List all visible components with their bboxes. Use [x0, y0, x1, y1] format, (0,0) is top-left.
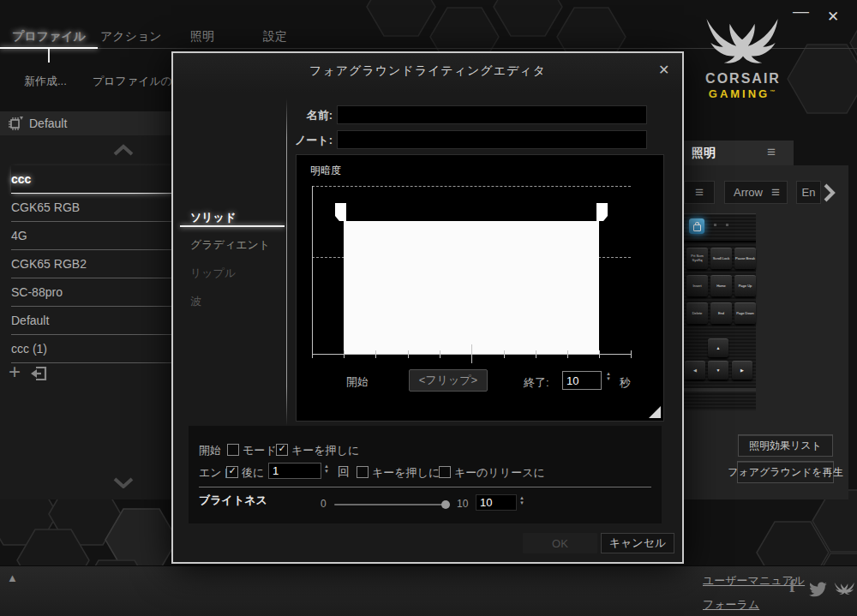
cancel-button[interactable]: キャンセル: [601, 533, 674, 553]
key-pause[interactable]: Pause Break: [734, 248, 756, 269]
end-time-input[interactable]: [562, 371, 602, 390]
resize-grip[interactable]: [649, 406, 661, 418]
key-arrow-right[interactable]: ▶: [732, 361, 752, 380]
twitter-icon[interactable]: [809, 582, 828, 597]
tab-profile-connector: [48, 49, 50, 63]
axis-tick: [504, 350, 505, 358]
add-profile-button[interactable]: +: [9, 362, 21, 381]
axis-tick: [408, 350, 409, 358]
tab-wave[interactable]: 波: [190, 294, 201, 309]
import-profile-button[interactable]: [29, 365, 48, 386]
app-window: プロファイル アクション 照明 設定 新作成... プロファイルの — ✕ CO…: [0, 0, 857, 616]
play-foreground-button[interactable]: フォアグラウンドを再生: [737, 461, 834, 483]
win-lock-key[interactable]: [689, 218, 704, 234]
scroll-down-icon[interactable]: [112, 476, 135, 488]
key-prtscn[interactable]: Prt Scrn SysRq: [686, 248, 708, 269]
tab-profile[interactable]: プロファイル: [12, 29, 86, 45]
brightness-input[interactable]: [476, 494, 517, 511]
end-on-keypress-label: キーを押しに: [372, 465, 440, 481]
brightness-stepper[interactable]: ▲▼: [519, 496, 524, 506]
tab-solid[interactable]: ソリッド: [190, 210, 236, 225]
key-pagedown[interactable]: Page Down: [734, 302, 756, 324]
facebook-icon[interactable]: f: [789, 576, 795, 597]
minimize-button[interactable]: —: [793, 2, 809, 21]
corsair-footer-icon[interactable]: [833, 582, 856, 596]
brightness-slider-thumb[interactable]: [441, 500, 450, 509]
key-arrow-left[interactable]: ◀: [685, 361, 705, 380]
profile-item[interactable]: Default: [11, 307, 174, 335]
lighting-panel-tab[interactable]: 照明 ≡: [681, 141, 794, 165]
key-home[interactable]: Home: [710, 275, 732, 296]
keyboard-edge: [684, 388, 756, 392]
brightness-slider-track[interactable]: [334, 504, 448, 505]
profile-item[interactable]: SC-88pro: [11, 278, 174, 307]
flip-button[interactable]: <フリップ>: [409, 369, 488, 392]
axis-tick: [312, 350, 313, 358]
key-end[interactable]: End: [710, 302, 732, 324]
lighting-effects-list-button[interactable]: 照明効果リスト: [738, 434, 833, 457]
end-on-keypress-checkbox[interactable]: [357, 466, 369, 478]
profile-item[interactable]: CGK65 RGB2: [11, 250, 174, 278]
ok-button[interactable]: OK: [523, 533, 597, 553]
tab-ripple[interactable]: リップル: [190, 266, 236, 281]
tab-lighting[interactable]: 照明: [190, 29, 214, 45]
forum-link[interactable]: フォーラム: [703, 597, 759, 613]
scroll-up-icon[interactable]: [112, 144, 135, 156]
seconds-unit-label: 秒: [620, 375, 631, 391]
axis-tick: [536, 350, 536, 358]
lighting-tab-label: 照明: [692, 146, 716, 161]
times-label: 回: [338, 464, 350, 480]
timeline-start-label: 開始: [346, 374, 369, 390]
axis-tick: [567, 350, 568, 358]
menu-icon[interactable]: ≡: [767, 145, 776, 159]
import-icon: [29, 365, 48, 382]
key-delete[interactable]: Delete: [686, 302, 708, 324]
close-button[interactable]: ✕: [827, 8, 839, 26]
envelope-start-handle[interactable]: [335, 203, 346, 221]
profile-item[interactable]: CGK65 RGB: [11, 194, 174, 222]
end-time-stepper[interactable]: ▲▼: [606, 372, 611, 382]
language-button[interactable]: En: [796, 181, 821, 204]
profile-item[interactable]: ccc: [11, 165, 174, 194]
brightness-min-label: 0: [321, 498, 327, 510]
chart-max-gridline: [312, 186, 631, 187]
envelope-region[interactable]: [344, 221, 599, 354]
tab-gradient[interactable]: グラディエント: [190, 237, 270, 253]
check-icon: ✓: [227, 466, 237, 475]
dropdown-value: Arrow: [734, 186, 763, 199]
chevron-right-icon[interactable]: [822, 182, 837, 204]
key-scroll[interactable]: Scroll Lock: [710, 248, 732, 269]
brand-logo: CORSAIR GAMING™: [696, 17, 790, 101]
key-arrow-up[interactable]: ▲: [708, 338, 728, 357]
device-chip-icon: [8, 116, 25, 131]
end-on-release-checkbox[interactable]: [439, 466, 451, 478]
keyboard-seam: [684, 241, 756, 242]
dialog-close-icon[interactable]: ✕: [658, 62, 669, 78]
repeat-count-stepper[interactable]: ▲▼: [324, 464, 329, 475]
lighting-mode-button[interactable]: ≡: [684, 181, 715, 204]
note-input[interactable]: [337, 130, 647, 149]
device-header[interactable]: Default: [0, 111, 174, 135]
options-divider: [199, 487, 651, 487]
on-keypress-label: キーを押しに: [291, 443, 359, 458]
tab-actions[interactable]: アクション: [100, 29, 162, 45]
repeat-count-input[interactable]: [268, 463, 321, 479]
key-insert[interactable]: Insert: [686, 275, 708, 296]
profile-action[interactable]: プロファイルの: [93, 74, 172, 89]
axis-tick: [440, 350, 440, 358]
menu-icon: ≡: [695, 185, 704, 200]
effect-type-dropdown[interactable]: Arrow ≡: [724, 181, 788, 204]
key-arrow-down[interactable]: ▼: [708, 361, 728, 380]
envelope-end-handle[interactable]: [596, 203, 608, 221]
tab-settings[interactable]: 設定: [263, 29, 287, 45]
mode-checkbox[interactable]: [227, 444, 239, 456]
profile-item[interactable]: 4G: [11, 222, 174, 250]
key-pageup[interactable]: Page Up: [734, 275, 756, 296]
expand-up-icon[interactable]: ▲: [7, 571, 18, 584]
profile-item[interactable]: ccc (1): [11, 335, 174, 363]
name-input[interactable]: [337, 105, 647, 124]
after-checkbox[interactable]: ✓: [226, 466, 238, 478]
on-keypress-checkbox[interactable]: ✓: [276, 444, 288, 456]
new-profile-action[interactable]: 新作成...: [24, 74, 67, 89]
foreground-lighting-editor-dialog: フォアグラウンドライティングエディタ ✕ 名前: ノート: ソリッド グラディエ…: [171, 51, 684, 564]
